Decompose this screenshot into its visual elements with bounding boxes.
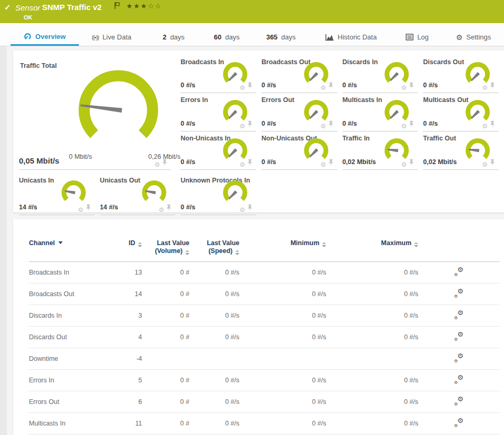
tab-2-days[interactable]: 2days [152, 28, 196, 46]
tab-overview[interactable]: Overview [11, 28, 79, 46]
column-header-last-value-speed-[interactable]: Last Value(Speed) [189, 239, 239, 262]
gauge-dial [59, 178, 88, 207]
gear-icon[interactable]: ⚙ [239, 85, 245, 91]
cell-channel[interactable]: Discards In [29, 305, 108, 327]
gear-icon[interactable]: ⚙ [482, 123, 488, 129]
sort-icon[interactable] [185, 250, 189, 255]
gear-icon[interactable]: ⚙ [239, 207, 245, 213]
cell-channel[interactable]: Discards Out [29, 327, 108, 348]
edit-channel-gears-icon[interactable]: ⚙⚙ [455, 289, 463, 298]
gauge-broadcasts-out: Broadcasts Out 0 #/s⚙ [261, 55, 337, 93]
gauge-non-unicasts-out: Non-Unicasts Out 0 #/s⚙ [261, 131, 337, 170]
cell-last-value-speed: 0 #/s [189, 284, 239, 305]
cell-maximum: 0 #/s [326, 327, 418, 348]
gear-icon[interactable]: ⚙ [320, 123, 326, 129]
cell-id: 11 [108, 413, 142, 434]
flag-icon[interactable] [114, 2, 120, 12]
pin-icon[interactable] [490, 120, 495, 129]
tab-settings[interactable]: ⚙Settings [448, 28, 499, 46]
gear-icon[interactable]: ⚙ [401, 85, 407, 91]
pin-icon[interactable] [409, 158, 414, 168]
cell-edit: ⚙⚙ [418, 413, 500, 434]
table-row-downtime: Downtime-4⚙⚙ [29, 348, 500, 370]
cell-edit: ⚙⚙ [418, 327, 500, 348]
cell-minimum [239, 348, 326, 370]
sensor-kind-label: Sensor [15, 3, 41, 12]
table-row-broadcasts-in: Broadcasts In130 #0 #/s0 #/s0 #/s⚙⚙ [29, 262, 500, 284]
cell-channel[interactable]: Errors In [29, 370, 108, 391]
tab-60-days[interactable]: 60days [204, 28, 249, 46]
cell-maximum: 0 #/s [326, 370, 418, 391]
cell-channel[interactable]: Broadcasts Out [29, 284, 108, 305]
table-row-discards-in: Discards In30 #0 #/s0 #/s0 #/s⚙⚙ [29, 305, 500, 327]
tab-365-days[interactable]: 365days [257, 28, 305, 46]
pin-icon[interactable] [328, 158, 334, 168]
column-header-last-value-volume-[interactable]: Last Value(Volume) [142, 239, 189, 262]
gear-icon[interactable]: ⚙ [482, 161, 488, 168]
tab-historic-data[interactable]: Historic Data [318, 28, 384, 46]
cell-minimum: 0 #/s [239, 413, 326, 434]
pin-icon[interactable] [162, 158, 167, 168]
cell-maximum: 0 #/s [326, 413, 418, 434]
cell-last-value-volume [142, 348, 189, 370]
gauge-actions: ⚙ [239, 82, 253, 91]
pin-icon[interactable] [490, 158, 495, 168]
pin-icon[interactable] [409, 82, 414, 91]
edit-channel-gears-icon[interactable]: ⚙⚙ [455, 418, 463, 427]
pin-icon[interactable] [247, 204, 253, 213]
gear-icon[interactable]: ⚙ [320, 85, 326, 91]
cell-channel[interactable]: Broadcasts In [29, 262, 108, 284]
pin-icon[interactable] [247, 158, 253, 168]
edit-channel-gears-icon[interactable]: ⚙⚙ [455, 375, 463, 384]
tab-prefix: 2 [163, 33, 166, 41]
edit-channel-gears-icon[interactable]: ⚙⚙ [455, 353, 463, 362]
gear-icon[interactable]: ⚙ [239, 123, 245, 129]
gauge-unknown-protocols-in: Unknown Protocols In 0 #/s⚙ [180, 174, 256, 215]
gear-icon[interactable]: ⚙ [401, 161, 407, 168]
gear-icon[interactable]: ⚙ [155, 161, 160, 168]
gauge-unicasts-out: Unicasts Out 14 #/s⚙ [100, 174, 176, 215]
column-header-channel[interactable]: Channel [29, 239, 108, 262]
sort-icon[interactable] [414, 242, 418, 247]
gauge-actions: ⚙ [239, 158, 253, 168]
cell-last-value-volume: 0 # [142, 262, 189, 284]
pin-icon[interactable] [490, 82, 495, 91]
pin-icon[interactable] [328, 120, 334, 129]
pin-icon[interactable] [247, 120, 253, 129]
cell-id: 13 [108, 262, 142, 284]
pin-icon[interactable] [328, 82, 334, 91]
pin-icon[interactable] [86, 204, 91, 213]
edit-channel-gears-icon[interactable]: ⚙⚙ [455, 397, 463, 406]
gear-icon[interactable]: ⚙ [401, 123, 407, 129]
gear-icon[interactable]: ⚙ [482, 85, 488, 91]
column-header-id[interactable]: ID [108, 239, 142, 262]
gear-icon[interactable]: ⚙ [320, 161, 326, 168]
pin-icon[interactable] [409, 120, 414, 129]
tab-live-data[interactable]: ((•))Live Data [83, 28, 140, 46]
live-data-icon: ((•)) [92, 34, 99, 41]
gauge-value: 0 #/s [261, 158, 276, 166]
edit-channel-gears-icon[interactable]: ⚙⚙ [455, 267, 463, 276]
cell-channel[interactable]: Multicasts In [29, 413, 108, 434]
sort-icon[interactable] [235, 250, 239, 255]
edit-channel-gears-icon[interactable]: ⚙⚙ [455, 310, 463, 319]
channel-table-panel: ChannelIDLast Value(Volume)Last Value(Sp… [13, 219, 504, 435]
gear-icon[interactable]: ⚙ [78, 207, 84, 213]
sort-desc-icon[interactable] [58, 241, 63, 244]
priority-stars[interactable]: ★★★☆☆ [126, 2, 162, 10]
pin-icon[interactable] [166, 204, 172, 213]
sort-icon[interactable] [322, 242, 326, 247]
pin-icon[interactable] [247, 82, 253, 91]
cell-minimum: 0 #/s [239, 305, 326, 327]
gear-icon[interactable]: ⚙ [239, 161, 245, 168]
edit-channel-gears-icon[interactable]: ⚙⚙ [455, 332, 463, 341]
sort-icon[interactable] [138, 242, 142, 247]
gauge-multicasts-in: Multicasts In 0 #/s⚙ [342, 93, 418, 131]
gear-icon[interactable]: ⚙ [159, 207, 165, 213]
tab-log[interactable]: Log [400, 28, 435, 46]
cell-channel[interactable]: Downtime [29, 348, 108, 370]
cell-channel[interactable]: Errors Out [29, 391, 108, 413]
column-header-minimum[interactable]: Minimum [239, 239, 326, 262]
column-header-maximum[interactable]: Maximum [326, 239, 418, 262]
log-icon [406, 34, 414, 41]
